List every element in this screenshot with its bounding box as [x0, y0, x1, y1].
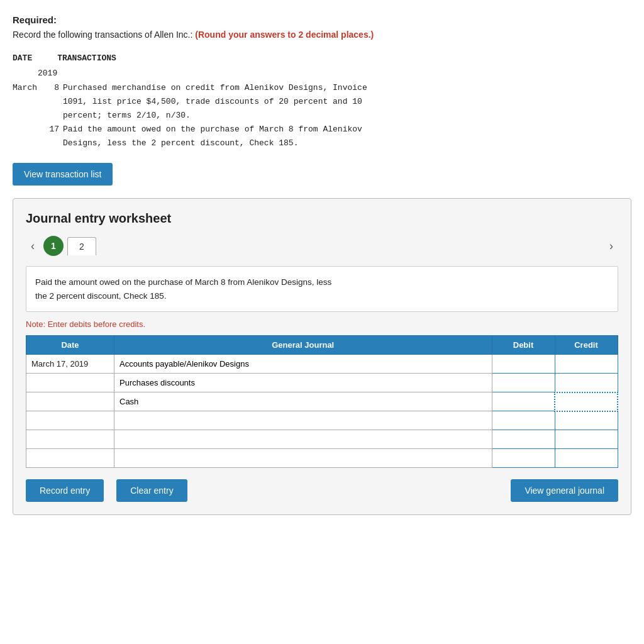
march-label: March	[13, 81, 42, 123]
date-column-header: Date	[26, 336, 114, 355]
date-header: DATE	[13, 52, 32, 65]
table-row	[26, 430, 618, 449]
transactions-table: DATE TRANSACTIONS 2019 March 8 Purchased…	[13, 52, 631, 150]
table-row	[26, 449, 618, 468]
row-3-credit[interactable]	[555, 392, 618, 411]
next-arrow[interactable]: ›	[604, 237, 618, 255]
prev-arrow[interactable]: ‹	[26, 237, 40, 255]
row-5-credit[interactable]	[555, 430, 618, 449]
table-row	[26, 392, 618, 411]
row-6-debit[interactable]	[492, 449, 555, 468]
tab-2[interactable]: 2	[67, 237, 96, 255]
row-4-journal-input[interactable]	[119, 416, 487, 425]
note-text: Note: Enter debits before credits.	[26, 319, 618, 329]
required-title: Required:	[13, 13, 631, 28]
row-6-journal-input[interactable]	[119, 453, 487, 463]
row-4-credit-input[interactable]	[560, 416, 613, 425]
row-4-journal[interactable]	[114, 411, 492, 430]
row-1-credit-input[interactable]	[560, 359, 613, 369]
journal-entry-worksheet: Journal entry worksheet ‹ 1 2 › Paid the…	[13, 198, 631, 515]
row-1-journal[interactable]	[114, 355, 492, 374]
row-6-debit-input[interactable]	[497, 453, 550, 463]
row-5-date	[26, 430, 114, 449]
row-6-date	[26, 449, 114, 468]
view-general-journal-button[interactable]: View general journal	[511, 479, 618, 502]
row-2-debit[interactable]	[492, 374, 555, 392]
row-5-credit-input[interactable]	[560, 435, 613, 444]
transaction-17-text: Paid the amount owed on the purchase of …	[63, 123, 631, 150]
row-3-debit-input[interactable]	[497, 397, 550, 406]
credit-header: Credit	[555, 336, 618, 355]
row-1-debit-input[interactable]	[497, 359, 550, 369]
row-2-debit-input[interactable]	[497, 378, 550, 387]
tab-navigation: ‹ 1 2 ›	[26, 236, 618, 256]
instruction-main: Record the following transactions of All…	[13, 30, 192, 40]
row-6-credit-input[interactable]	[560, 453, 613, 463]
row-6-credit[interactable]	[555, 449, 618, 468]
row-1-credit[interactable]	[555, 355, 618, 374]
row-4-debit[interactable]	[492, 411, 555, 430]
row-3-debit[interactable]	[492, 392, 555, 411]
table-row	[26, 374, 618, 392]
transaction-17-row: 17 Paid the amount owed on the purchase …	[13, 123, 631, 150]
row-4-debit-input[interactable]	[497, 416, 550, 425]
row-3-credit-input[interactable]	[560, 397, 612, 406]
row-2-date	[26, 374, 114, 392]
table-row	[26, 411, 618, 430]
record-entry-button[interactable]: Record entry	[26, 479, 104, 502]
row-5-journal[interactable]	[114, 430, 492, 449]
row-5-debit-input[interactable]	[497, 435, 550, 444]
march-label-2	[13, 123, 42, 150]
transaction-description: Paid the amount owed on the purchase of …	[26, 266, 618, 312]
row-2-journal[interactable]	[114, 374, 492, 392]
transactions-header: TRANSACTIONS	[57, 52, 116, 65]
day-8: 8	[45, 81, 63, 123]
description-text: Paid the amount owed on the purchase of …	[35, 277, 331, 301]
journal-table: Date General Journal Debit Credit March …	[26, 335, 618, 468]
row-4-credit[interactable]	[555, 411, 618, 430]
worksheet-title: Journal entry worksheet	[26, 211, 618, 226]
row-3-journal-input[interactable]	[119, 397, 487, 406]
clear-entry-button[interactable]: Clear entry	[116, 479, 187, 502]
required-section: Required: Record the following transacti…	[13, 13, 631, 198]
row-2-credit[interactable]	[555, 374, 618, 392]
row-5-journal-input[interactable]	[119, 435, 487, 444]
debit-header: Debit	[492, 336, 555, 355]
row-1-debit[interactable]	[492, 355, 555, 374]
row-3-journal[interactable]	[114, 392, 492, 411]
action-buttons: Record entry Clear entry View general jo…	[26, 479, 618, 502]
table-row: March 17, 2019	[26, 355, 618, 374]
row-1-journal-input[interactable]	[119, 359, 487, 369]
row-2-journal-input[interactable]	[119, 378, 487, 387]
row-2-credit-input[interactable]	[560, 378, 613, 387]
view-transaction-button[interactable]: View transaction list	[13, 163, 113, 186]
transaction-8-row: March 8 Purchased merchandise on credit …	[13, 81, 631, 123]
row-6-journal[interactable]	[114, 449, 492, 468]
row-4-date	[26, 411, 114, 430]
row-3-date	[26, 392, 114, 411]
transaction-8-text: Purchased merchandise on credit from Ale…	[63, 81, 631, 123]
instruction-text: Record the following transactions of All…	[13, 28, 631, 42]
row-1-date: March 17, 2019	[26, 355, 114, 374]
tab-1[interactable]: 1	[43, 236, 64, 256]
general-journal-header: General Journal	[114, 336, 492, 355]
year-row: 2019	[38, 67, 631, 80]
row-5-debit[interactable]	[492, 430, 555, 449]
round-highlight: (Round your answers to 2 decimal places.…	[195, 30, 374, 40]
day-17: 17	[45, 123, 63, 150]
